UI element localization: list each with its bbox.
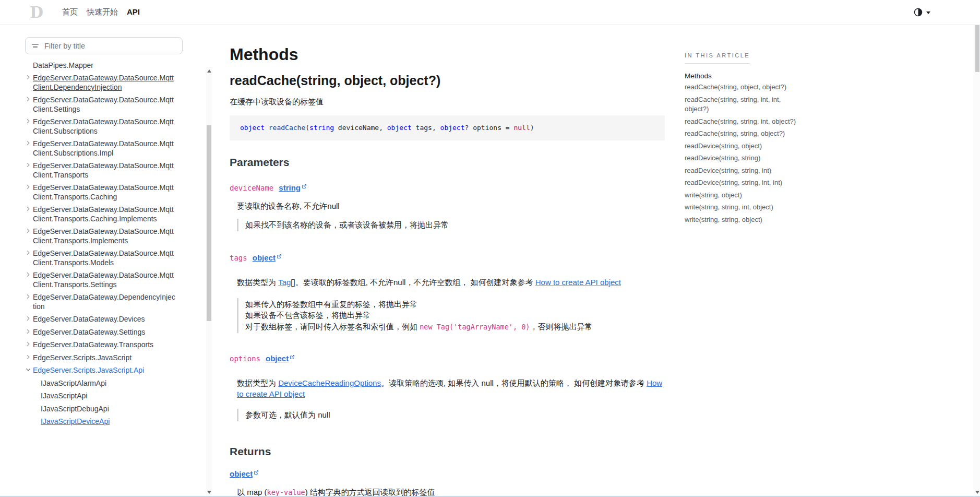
chevron-right-icon[interactable] [25, 293, 33, 300]
sidebar-item-label[interactable]: IJavaScriptApi [41, 392, 183, 401]
filter-input[interactable] [43, 41, 176, 51]
sidebar-item[interactable]: EdgeServer.DataGateway.DataSource.MqttCl… [25, 226, 183, 247]
sidebar-item[interactable]: EdgeServer.DataGateway.Settings [25, 326, 183, 339]
sidebar-item-label[interactable]: IJavaScriptAlarmApi [41, 379, 183, 388]
sidebar-item-label[interactable]: EdgeServer.DataGateway.DataSource.MqttCl… [33, 227, 177, 245]
sidebar-item[interactable]: EdgeServer.DataGateway.DataSource.MqttCl… [25, 247, 183, 269]
chevron-right-icon[interactable] [25, 271, 33, 278]
navbar-link[interactable]: 快速开始 [87, 7, 118, 16]
sidebar-item[interactable]: EdgeServer.DataGateway.Transports [25, 339, 183, 352]
code-token: string [309, 124, 334, 132]
window-scrollbar-thumb[interactable] [975, 20, 979, 72]
text-part: new Tag('tagArrayName', 0) [420, 323, 530, 331]
sidebar-item-label[interactable]: EdgeServer.DataGateway.Transports [33, 340, 177, 350]
sidebar-item[interactable]: EdgeServer.DataGateway.DataSource.MqttCl… [25, 94, 183, 116]
scroll-down-arrow-icon[interactable] [207, 491, 211, 494]
parameter-note: 参数可选，默认值为 null [237, 409, 665, 421]
article-toc-root-link[interactable]: Methods [685, 72, 803, 80]
sidebar-item[interactable]: EdgeServer.Scripts.JavaScript.Api [25, 364, 183, 377]
article-toc-link[interactable]: write(string, object) [685, 191, 803, 200]
sidebar-item[interactable]: EdgeServer.DataGateway.DataSource.MqttCl… [25, 204, 183, 226]
parameter-description: 要读取的设备名称, 不允许null [237, 200, 665, 211]
sidebar-item-label[interactable]: EdgeServer.DataGateway.DataSource.MqttCl… [33, 161, 177, 180]
inline-link[interactable]: Tag [278, 278, 291, 287]
article-toc-link[interactable]: write(string, string, int, object) [685, 203, 803, 212]
inline-link[interactable]: How to create API object [535, 278, 621, 287]
chevron-right-icon[interactable] [25, 184, 33, 190]
article-toc-link[interactable]: readDevice(string, string, int) [685, 166, 803, 176]
sidebar-item[interactable]: IJavaScriptApi [25, 390, 183, 403]
scroll-up-arrow-icon[interactable] [207, 69, 211, 73]
chevron-right-icon[interactable] [25, 118, 33, 124]
parameter-type-link[interactable]: object [253, 253, 282, 262]
sidebar-item-label[interactable]: EdgeServer.DataGateway.DataSource.MqttCl… [33, 74, 177, 92]
article-toc-link[interactable]: readCache(string, string, int, int, obje… [685, 95, 803, 114]
sidebar-item-label[interactable]: IJavaScriptDeviceApi [41, 417, 183, 427]
scroll-down-arrow-icon[interactable] [975, 491, 979, 494]
chevron-right-icon[interactable] [25, 228, 33, 234]
chevron-right-icon[interactable] [25, 366, 33, 373]
navbar-link[interactable]: API [127, 7, 140, 16]
chevron-right-icon[interactable] [25, 315, 33, 322]
sidebar-item[interactable]: EdgeServer.DataGateway.DataSource.MqttCl… [25, 72, 183, 94]
sidebar-item[interactable]: EdgeServer.DataGateway.DataSource.MqttCl… [25, 160, 183, 182]
sidebar-scrollbar[interactable] [206, 67, 212, 497]
chevron-right-icon[interactable] [25, 354, 33, 360]
text-part: ，否则将抛出异常 [530, 322, 593, 331]
chevron-right-icon[interactable] [25, 96, 33, 102]
sidebar-item-label[interactable]: EdgeServer.Scripts.JavaScript [33, 353, 177, 363]
sidebar-item[interactable]: EdgeServer.DataGateway.Devices [25, 313, 183, 326]
inline-link[interactable]: DeviceCacheReadingOptions [278, 378, 381, 387]
chevron-right-icon[interactable] [25, 341, 33, 347]
sidebar-item-label[interactable]: EdgeServer.Scripts.JavaScript.Api [33, 366, 177, 375]
chevron-right-icon[interactable] [25, 74, 33, 80]
article-toc-link[interactable]: readCache(string, string, int, object?) [685, 117, 803, 127]
returns-type-link[interactable]: object [230, 469, 259, 478]
sidebar-item[interactable]: EdgeServer.DataGateway.DataSource.MqttCl… [25, 269, 183, 291]
article-toc-link[interactable]: readDevice(string, object) [685, 141, 803, 151]
text-part: 如果找不到该名称的设备，或者该设备被禁用，将抛出异常 [245, 220, 449, 229]
sidebar-item-label[interactable]: EdgeServer.DataGateway.DataSource.MqttCl… [33, 249, 177, 267]
theme-toggle-button[interactable] [914, 8, 930, 17]
article-toc-link[interactable]: readCache(string, object, object?) [685, 82, 803, 92]
sidebar-item[interactable]: DataPipes.Mapper [25, 59, 183, 72]
sidebar-item-label[interactable]: EdgeServer.DataGateway.Devices [33, 315, 177, 324]
parameter-type-link[interactable]: object [266, 354, 295, 363]
sidebar-item-label[interactable]: DataPipes.Mapper [33, 61, 177, 70]
sidebar-item[interactable]: EdgeServer.DataGateway.DependencyInjecti… [25, 291, 183, 313]
sidebar-scrollbar-thumb[interactable] [207, 125, 211, 321]
site-logo[interactable]: D [30, 5, 43, 20]
code-token: readCache [269, 124, 305, 132]
sidebar-item-label[interactable]: IJavaScriptDebugApi [41, 405, 183, 414]
code-token: null [513, 124, 530, 132]
sidebar-item-label[interactable]: EdgeServer.DataGateway.DataSource.MqttCl… [33, 205, 177, 223]
sidebar-item[interactable]: IJavaScriptDebugApi [25, 403, 183, 416]
sidebar-item[interactable]: EdgeServer.DataGateway.DataSource.MqttCl… [25, 116, 183, 138]
filter-box[interactable] [25, 37, 183, 54]
sidebar-item[interactable]: EdgeServer.DataGateway.DataSource.MqttCl… [25, 138, 183, 160]
sidebar-item[interactable]: EdgeServer.Scripts.JavaScript [25, 351, 183, 364]
sidebar-item-label[interactable]: EdgeServer.DataGateway.DataSource.MqttCl… [33, 96, 177, 114]
sidebar-item-label[interactable]: EdgeServer.DataGateway.Settings [33, 328, 177, 337]
sidebar-item[interactable]: IJavaScriptDeviceApi [25, 416, 183, 429]
chevron-right-icon[interactable] [25, 328, 33, 335]
window-scrollbar[interactable] [974, 0, 980, 497]
article-toc-link[interactable]: readDevice(string, string) [685, 153, 803, 163]
chevron-right-icon[interactable] [25, 162, 33, 168]
navbar-menu-item: API [127, 7, 140, 17]
chevron-right-icon[interactable] [25, 206, 33, 212]
sidebar-item-label[interactable]: EdgeServer.DataGateway.DataSource.MqttCl… [33, 271, 177, 289]
article-toc-link[interactable]: readDevice(string, string, int, int) [685, 178, 803, 188]
article-toc-link[interactable]: write(string, string, object) [685, 215, 803, 225]
parameter-type-link[interactable]: string [279, 183, 307, 192]
chevron-right-icon[interactable] [25, 140, 33, 146]
sidebar-item-label[interactable]: EdgeServer.DataGateway.DependencyInjecti… [33, 293, 177, 311]
sidebar-item[interactable]: EdgeServer.DataGateway.DataSource.MqttCl… [25, 182, 183, 204]
sidebar-item-label[interactable]: EdgeServer.DataGateway.DataSource.MqttCl… [33, 117, 177, 136]
sidebar-item[interactable]: IJavaScriptAlarmApi [25, 377, 183, 390]
sidebar-item-label[interactable]: EdgeServer.DataGateway.DataSource.MqttCl… [33, 139, 177, 158]
navbar-link[interactable]: 首页 [62, 7, 78, 16]
article-toc-link[interactable]: readCache(string, string, object?) [685, 129, 803, 139]
chevron-right-icon[interactable] [25, 250, 33, 256]
sidebar-item-label[interactable]: EdgeServer.DataGateway.DataSource.MqttCl… [33, 183, 177, 202]
